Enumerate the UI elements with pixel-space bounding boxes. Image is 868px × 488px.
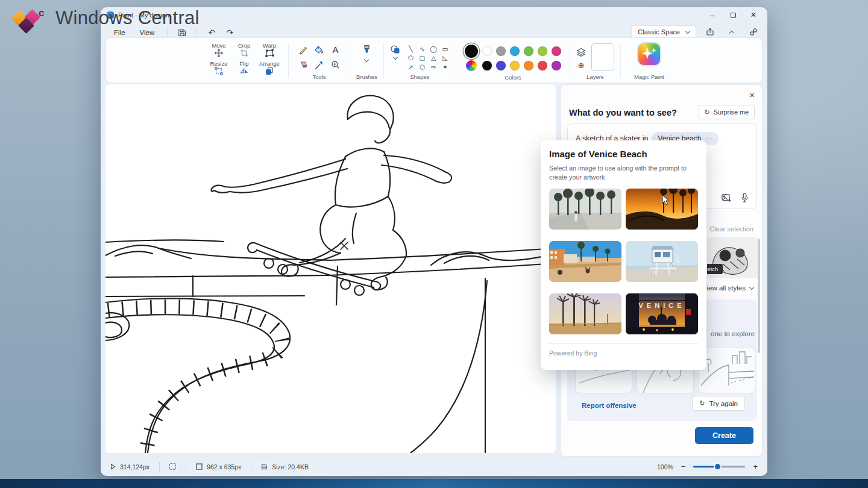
microphone-icon[interactable]	[741, 193, 748, 202]
bing-image-palm-grove-dusk[interactable]	[549, 293, 621, 334]
surprise-me-button[interactable]: ↻ Surprise me	[699, 105, 755, 119]
colors-section: Colors	[458, 38, 568, 83]
brushes-button[interactable]	[356, 42, 377, 61]
link-icon[interactable]	[746, 25, 761, 39]
zoom-slider-thumb[interactable]	[714, 463, 722, 471]
layers-label: Layers	[576, 72, 614, 80]
color-swatch[interactable]	[496, 46, 506, 56]
watermark-brand-text: Windows Central	[55, 7, 200, 29]
minimize-button[interactable]: –	[702, 7, 723, 23]
color-swatch[interactable]	[510, 61, 520, 70]
color-swatch[interactable]	[552, 61, 561, 70]
text-tool[interactable]: A	[332, 45, 338, 55]
bing-image-venice-sign-night[interactable]: VENICE	[626, 293, 698, 334]
magic-paint-section: Magic Paint	[622, 38, 676, 83]
taskbar-wallpaper-strip	[0, 479, 868, 488]
warp-tool[interactable]: Warp	[257, 42, 282, 60]
magnifier-tool[interactable]	[331, 60, 340, 69]
polygon-shape-icon[interactable]: ⬠	[406, 54, 415, 62]
crop-tool[interactable]: Crop	[231, 42, 257, 60]
curve-shape-icon[interactable]: ∿	[418, 45, 427, 53]
image-picker-popup: Image of Venice Beach Select an image to…	[541, 140, 706, 370]
color-swatch[interactable]	[496, 61, 506, 70]
shape-picker-button[interactable]	[390, 42, 401, 71]
right-triangle-shape-icon[interactable]: ◺	[441, 54, 450, 62]
file-size-icon	[261, 463, 268, 470]
cursor-position-status: 314,124px	[110, 463, 149, 471]
panel-scrollbar[interactable]	[758, 239, 760, 353]
color-swatch[interactable]	[482, 46, 492, 56]
result-thumbnail[interactable]	[698, 348, 755, 393]
desktop: c Windows Central Paint - My design – × …	[0, 0, 868, 488]
report-offensive-link[interactable]: Report offensive	[582, 402, 637, 409]
create-button[interactable]: Create	[695, 427, 753, 444]
popup-title: Image of Venice Beach	[549, 149, 698, 159]
zoom-in-button[interactable]: +	[753, 462, 758, 471]
bing-image-lifeguard-tower[interactable]	[626, 241, 698, 282]
arrange-icon	[265, 67, 274, 75]
cursor-icon	[110, 463, 116, 470]
view-all-styles-link[interactable]: View all styles	[702, 284, 753, 292]
arrange-section: Move Crop Warp Resize	[201, 38, 287, 83]
bing-image-sunset-skatepark[interactable]	[626, 189, 698, 230]
block-arrow-shape-icon[interactable]: ⇨	[429, 63, 438, 71]
clear-selection-label[interactable]: Clear selection	[709, 225, 753, 233]
bing-image-beach-promenade-day[interactable]	[549, 241, 621, 282]
selected-color-swatch[interactable]	[465, 45, 478, 58]
canvas-size-status: 962 x 635px	[196, 463, 241, 471]
share-icon[interactable]	[702, 25, 718, 39]
zoom-out-button[interactable]: −	[681, 462, 686, 471]
pencil-tool[interactable]	[298, 45, 308, 55]
add-layer-icon[interactable]: ⊕	[577, 61, 584, 70]
fill-tool[interactable]	[314, 45, 324, 55]
try-again-button[interactable]: ↻ Try again	[692, 396, 745, 411]
tools-label: Tools	[295, 72, 344, 80]
bing-image-grid: VENICE	[549, 189, 698, 334]
drawing-canvas[interactable]	[105, 84, 556, 453]
color-swatch[interactable]	[510, 46, 520, 56]
chip-more-icon[interactable]: ···	[705, 134, 712, 143]
magic-paint-button[interactable]	[638, 43, 660, 65]
flip-tool[interactable]: Flip	[231, 60, 257, 78]
color-wheel-icon[interactable]	[466, 60, 477, 71]
arrow-shape-icon[interactable]: ↗	[406, 63, 415, 71]
arrange-tool[interactable]: Arrange	[257, 60, 282, 78]
skater-sketch	[105, 84, 556, 453]
ellipse-shape-icon[interactable]: ◯	[429, 45, 438, 53]
file-size-status: Size: 20.4KB	[261, 463, 309, 471]
eyedropper-tool[interactable]	[315, 60, 324, 70]
style-thumbnail-ink-sketch[interactable]: Ink Sketch	[707, 237, 758, 278]
layer-thumbnail[interactable]	[591, 43, 614, 71]
panel-title: What do you want to see?	[569, 108, 677, 117]
close-button[interactable]: ×	[743, 7, 764, 23]
theme-selector[interactable]: Classic Space	[631, 25, 696, 39]
resize-tool[interactable]: Resize	[206, 60, 231, 78]
move-tool[interactable]: Move	[206, 42, 231, 60]
add-image-icon[interactable]	[722, 193, 732, 202]
collapse-ribbon-icon[interactable]	[724, 25, 740, 39]
chevron-down-icon	[749, 284, 754, 289]
star-shape-icon[interactable]: ✶	[441, 63, 450, 71]
maximize-button[interactable]	[723, 7, 743, 23]
eraser-tool[interactable]	[298, 60, 308, 69]
color-swatch[interactable]	[538, 61, 547, 70]
color-swatch[interactable]	[552, 46, 561, 56]
hexagon-shape-icon[interactable]: ⬡	[418, 63, 427, 71]
powered-by-bing-label: Powered by Bing	[549, 349, 698, 357]
rounded-rectangle-shape-icon[interactable]: ▢	[418, 54, 427, 62]
panel-close-icon[interactable]: ×	[749, 90, 755, 100]
rectangle-shape-icon[interactable]: ▭	[441, 45, 450, 53]
brushes-section: Brushes	[351, 38, 382, 83]
color-swatch[interactable]	[538, 46, 547, 56]
color-swatch[interactable]	[524, 46, 533, 56]
shapes-icon	[390, 45, 401, 54]
color-swatch[interactable]	[482, 61, 492, 70]
bing-image-boardwalk-palms-overcast[interactable]	[549, 189, 621, 230]
zoom-slider[interactable]	[693, 466, 745, 468]
popup-subtitle: Select an image to use along with the pr…	[549, 164, 693, 182]
color-swatch[interactable]	[524, 61, 533, 70]
triangle-shape-icon[interactable]: △	[429, 54, 438, 62]
venice-sign-text: VENICE	[626, 302, 698, 309]
windows-central-watermark: c Windows Central	[8, 4, 200, 33]
line-shape-icon[interactable]: ╲	[406, 45, 415, 53]
